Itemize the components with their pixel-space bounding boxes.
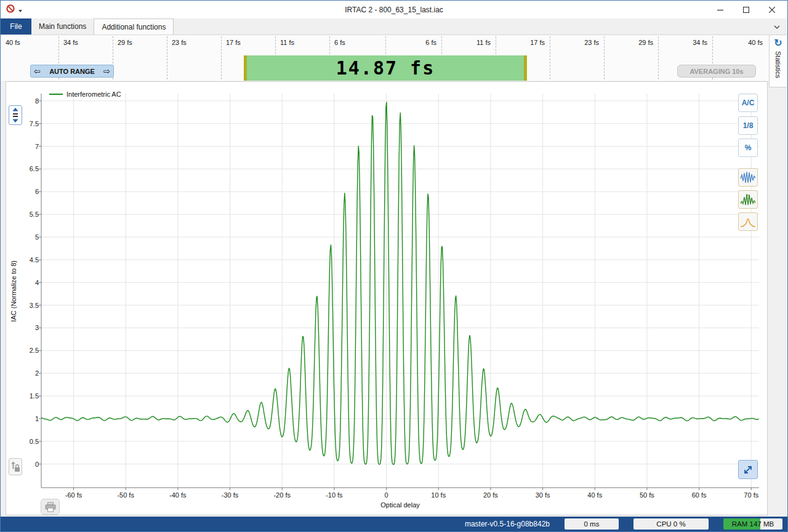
ruler-scale-label: 17 fs: [221, 39, 275, 46]
refresh-icon[interactable]: ↻: [774, 38, 782, 49]
title-bar-left: [1, 4, 23, 16]
y-axis-tick-label: 5.5: [20, 211, 39, 218]
app-logo-icon[interactable]: [6, 4, 15, 16]
y-axis-tick-label: 3: [20, 324, 39, 331]
tab-main-functions[interactable]: Main functions: [31, 18, 94, 34]
iac-chart-plot[interactable]: [41, 94, 759, 488]
ram-usage-indicator: RAM 147 MB: [723, 518, 782, 530]
pulse-width-ruler: 40 fs34 fs29 fs23 fs17 fs11 fs6 fs6 fs11…: [1, 34, 770, 81]
maximize-button[interactable]: [733, 1, 759, 18]
y-axis-tick-label: 2.5: [20, 347, 39, 354]
y-axis-tick-label: 0: [20, 461, 39, 468]
print-button[interactable]: [41, 499, 60, 515]
arrow-right-icon: ⇨: [103, 67, 110, 75]
y-autoscale-button[interactable]: [9, 105, 22, 125]
window-menu-caret-icon[interactable]: [18, 4, 23, 15]
ruler-scale-label: 23 fs: [550, 39, 604, 46]
range-handle-right[interactable]: [524, 55, 527, 81]
pulse-width-range-bar[interactable]: 14.87 fs: [244, 55, 527, 81]
arrow-left-icon: ⇦: [34, 67, 41, 75]
averaging-button[interactable]: AVERAGING 10s: [677, 65, 756, 78]
x-axis-tick-label: 10 fs: [420, 491, 457, 499]
x-axis-tick-label: -60 fs: [55, 491, 92, 499]
chart-panel: Interferometric AC IAC (Normalize to 8) …: [6, 81, 768, 515]
y-axis-tick-label: 4.5: [20, 256, 39, 264]
x-axis-title: Optical delay: [41, 501, 759, 509]
x-axis-tick-label: 60 fs: [681, 491, 718, 499]
y-axis-tick-label: 6.5: [20, 165, 39, 172]
y-axis-tick-label: 7.5: [20, 120, 39, 127]
window-title: IRTAC 2 - 800_63_15_last.iac: [1, 6, 787, 14]
y-axis-tick-label: 2: [20, 369, 39, 377]
fringe-trace-display-button[interactable]: [738, 168, 758, 187]
x-axis-tick-label: -20 fs: [263, 491, 300, 499]
ruler-scale-label: 6 fs: [329, 39, 385, 46]
x-axis-tick-label: 40 fs: [576, 491, 613, 499]
cpu-usage-indicator: CPU 0 %: [633, 518, 709, 530]
legend-line-swatch: [49, 94, 63, 95]
expand-arrows-icon: [742, 464, 754, 475]
ruler-scale-label: 40 fs: [1, 39, 58, 46]
build-version: master-v0.5-16-g08b842b: [465, 520, 550, 528]
x-axis-tick-label: 30 fs: [525, 491, 561, 499]
expand-chart-button[interactable]: [738, 460, 758, 479]
ruler-scale-label: 23 fs: [167, 39, 221, 46]
printer-icon: [44, 502, 57, 512]
ruler-scale-label: 34 fs: [58, 39, 113, 46]
loop-time-indicator: 0 ms: [565, 518, 619, 530]
file-menu-button[interactable]: File: [1, 18, 31, 34]
y-axis-tick-label: 6: [20, 188, 39, 195]
y-axis-tick-label: 1: [20, 415, 39, 422]
ribbon-collapse-icon[interactable]: [771, 22, 782, 32]
axis-lock-button[interactable]: [9, 458, 22, 475]
ruler-scale-label: 29 fs: [113, 39, 167, 46]
percent-mode-button[interactable]: %: [738, 139, 758, 157]
window-controls: [707, 1, 785, 18]
y-axis-title: IAC (Normalize to 8): [10, 260, 17, 322]
ruler-scale-label: 11 fs: [275, 39, 329, 46]
application-window: IRTAC 2 - 800_63_15_last.iac File Main f…: [0, 0, 788, 532]
x-axis-tick-label: -50 fs: [107, 491, 144, 499]
y-axis-tick-label: 0.5: [20, 438, 39, 445]
pulse-width-value: 14.87 fs: [244, 55, 527, 81]
x-axis-tick-label: -30 fs: [212, 491, 249, 499]
y-axis-tick-label: 1.5: [20, 392, 39, 400]
title-bar: IRTAC 2 - 800_63_15_last.iac: [1, 1, 787, 18]
minimize-button[interactable]: [707, 1, 733, 18]
ribbon-tab-bar: File Main functions Additional functions: [1, 18, 787, 34]
y-axis-tick-label: 7: [20, 143, 39, 150]
statistics-label: Statistics: [774, 51, 782, 78]
y-axis-tick-label: 5: [20, 233, 39, 241]
x-axis-tick-label: 20 fs: [472, 491, 509, 499]
ruler-scale-label: 6 fs: [385, 39, 441, 46]
legend-label: Interferometric AC: [66, 91, 121, 98]
ruler-scale-label: 29 fs: [604, 39, 658, 46]
ruler-scale-label: 40 fs: [712, 39, 768, 46]
auto-range-label: AUTO RANGE: [49, 68, 95, 75]
one-eighth-mode-button[interactable]: 1/8: [738, 116, 758, 135]
vertical-autoscale-icon: [10, 107, 20, 123]
green-fringes-icon: [740, 193, 756, 206]
orange-envelope-icon: [740, 215, 756, 228]
fringe-envelope-display-button[interactable]: [738, 190, 758, 209]
tab-additional-functions[interactable]: Additional functions: [94, 18, 174, 34]
y-axis-tick-label: 4: [20, 279, 39, 286]
close-button[interactable]: [759, 1, 785, 18]
lock-icon: [10, 461, 20, 473]
chart-legend: Interferometric AC: [49, 91, 121, 98]
y-axis-tick-label: 3.5: [20, 302, 39, 309]
ac-mode-button[interactable]: A/C: [738, 94, 758, 112]
blue-fringes-icon: [740, 171, 756, 184]
ruler-scale-label: 34 fs: [658, 39, 712, 46]
x-axis-tick-label: -10 fs: [316, 491, 353, 499]
auto-range-button[interactable]: ⇦ AUTO RANGE ⇨: [30, 65, 114, 78]
statistics-panel-tab[interactable]: ↻ Statistics: [769, 34, 787, 87]
y-axis-tick-label: 8: [20, 97, 39, 105]
x-axis-tick-label: 70 fs: [733, 491, 770, 499]
intensity-ac-display-button[interactable]: [738, 212, 758, 231]
x-axis-tick-label: 0: [368, 491, 405, 499]
ruler-scale-label: 11 fs: [441, 39, 496, 46]
x-axis-tick-label: 50 fs: [629, 491, 665, 499]
ruler-scale-label: 17 fs: [496, 39, 550, 46]
x-axis-tick-label: -40 fs: [159, 491, 196, 499]
